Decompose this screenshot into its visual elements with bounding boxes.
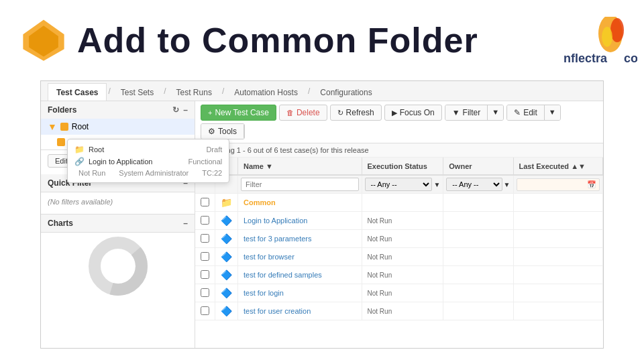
tools-button[interactable]: ⚙ Tools — [201, 124, 244, 139]
refresh-icon: ↻ — [337, 109, 343, 117]
folder-name-label[interactable]: Common — [244, 198, 276, 206]
status-filter-select[interactable]: -- Any -- Not Run Pass Fail — [365, 178, 433, 191]
refresh-button[interactable]: ↻ Refresh — [330, 105, 382, 121]
edit-dropdown-arrow[interactable]: ▼ — [545, 105, 560, 120]
logo-diamond-icon — [20, 17, 67, 64]
test-name-link[interactable]: Login to Application — [244, 217, 307, 225]
table-area[interactable]: Name ▼ Execution Status Owner Last Execu… — [195, 158, 603, 349]
th-last-executed[interactable]: Last Executed ▲▼ — [513, 158, 603, 175]
calendar-icon[interactable]: 📅 — [587, 180, 596, 189]
new-test-case-button[interactable]: + New Test Case — [201, 105, 276, 121]
tooltip-login-label: Login to Application — [89, 158, 152, 166]
table-row: 🔷 test for login Not Run — [195, 284, 603, 302]
charts-header: Charts – — [41, 214, 195, 233]
focus-on-button[interactable]: ▶ Focus On — [384, 105, 442, 121]
tab-automation-hosts[interactable]: Automation Hosts — [225, 83, 307, 101]
row-checkbox[interactable] — [201, 270, 209, 279]
row-name-col: Common — [238, 194, 362, 212]
row-owner-col — [443, 194, 513, 212]
table-row: 🔷 test for defined samples Not Run — [195, 266, 603, 284]
plus-icon: + — [208, 109, 212, 117]
tooltip-row: 📁 Root Draft — [74, 143, 222, 156]
table-row: 🔷 test for browser Not Run — [195, 248, 603, 266]
status-filter-arrow[interactable]: ▼ — [433, 181, 440, 188]
no-filters-label: (No filters available) — [41, 192, 195, 211]
tab-test-sets[interactable]: Test Sets — [112, 83, 162, 101]
row-date-col — [513, 194, 603, 212]
test-name-link[interactable]: test for 3 parameters — [244, 235, 312, 243]
root-folder-icon: ▼ — [48, 121, 57, 132]
test-icon: 🔷 — [221, 269, 232, 280]
tab-configurations[interactable]: Configurations — [311, 83, 380, 101]
sort-asc-icon: ▲▼ — [571, 162, 586, 170]
row-checkbox[interactable] — [201, 288, 209, 297]
tree-root[interactable]: ▼ Root — [41, 119, 195, 135]
tab-test-cases[interactable]: Test Cases — [48, 83, 107, 101]
header: Add to Common Folder nflectra con — [0, 0, 644, 80]
svg-text:con: con — [624, 52, 637, 65]
filter-dropdown-arrow[interactable]: ▼ — [488, 105, 503, 120]
test-icon: 🔷 — [221, 215, 232, 226]
focus-icon: ▶ — [392, 109, 397, 117]
test-name-link[interactable]: test for login — [244, 289, 284, 297]
folders-collapse-icon[interactable]: – — [183, 105, 188, 115]
th-name[interactable]: Name ▼ — [238, 158, 362, 175]
test-icon: 🔷 — [221, 251, 232, 262]
filter-split: ▼ Filter ▼ — [445, 105, 504, 121]
tooltip-functional-label: Functional — [188, 158, 222, 166]
filter-owner-col: -- Any -- ▼ — [443, 175, 513, 194]
filter-button[interactable]: ▼ Filter — [445, 105, 488, 120]
edit-split: ✎ Edit ▼ — [506, 105, 561, 121]
owner-filter-arrow[interactable]: ▼ — [504, 181, 511, 188]
table-row: 🔷 Login to Application Not Run — [195, 212, 603, 230]
row-checkbox[interactable] — [201, 216, 209, 225]
status-badge: Not Run — [368, 253, 392, 261]
folder-tooltip-icon: 📁 — [74, 145, 85, 154]
row-checkbox[interactable] — [201, 306, 209, 315]
tab-test-runs[interactable]: Test Runs — [168, 83, 221, 101]
test-name-link[interactable]: test for defined samples — [244, 271, 322, 279]
svg-text:nflectra: nflectra — [564, 52, 608, 65]
name-filter-input[interactable] — [241, 178, 359, 191]
status-badge: Not Run — [368, 235, 392, 243]
date-filter: 📅 — [517, 178, 600, 191]
folders-header: Folders ↻ – — [41, 101, 195, 119]
folders-refresh-icon[interactable]: ↻ — [172, 105, 179, 115]
trash-icon: 🗑 — [286, 109, 294, 117]
status-badge: Not Run — [368, 272, 392, 279]
gear-icon: ⚙ — [208, 127, 215, 136]
sort-icon: ▼ — [266, 162, 273, 170]
context-tooltip: 📁 Root Draft 🔗 Login to Application Func… — [67, 139, 229, 183]
th-owner[interactable]: Owner — [443, 158, 513, 175]
nav-tabs: Test Cases / Test Sets / Test Runs / Aut… — [41, 81, 603, 101]
link-tooltip-icon: 🔗 — [74, 157, 85, 166]
edit-button-main[interactable]: ✎ Edit — [507, 105, 545, 120]
charts-label: Charts — [48, 219, 73, 228]
th-execution-status[interactable]: Execution Status — [362, 158, 443, 175]
table-body: 📁 Common 🔷 — [195, 194, 603, 320]
tooltip-notrun-label: Not Run — [78, 169, 105, 177]
test-name-link[interactable]: test for user creation — [244, 307, 311, 315]
folder-icon: 📁 — [221, 197, 232, 208]
tooltip-row: 🔗 Login to Application Functional — [74, 156, 222, 168]
test-name-link[interactable]: test for browser — [244, 253, 294, 261]
filter-name-col — [238, 175, 362, 194]
donut-chart — [88, 236, 148, 296]
table-row: 📁 Common — [195, 194, 603, 212]
row-status-col — [362, 194, 443, 212]
status-badge: Not Run — [368, 308, 392, 315]
filter-icon: ▼ — [452, 108, 460, 117]
tooltip-draft-label: Draft — [206, 145, 222, 154]
charts-collapse-icon[interactable]: – — [183, 219, 188, 228]
row-checkbox[interactable] — [201, 198, 209, 206]
test-icon: 🔷 — [221, 306, 232, 316]
owner-filter-select[interactable]: -- Any -- — [446, 178, 502, 191]
row-checkbox[interactable] — [201, 252, 209, 261]
filter-status-col: -- Any -- Not Run Pass Fail ▼ — [362, 175, 443, 194]
row-icon-col: 📁 — [215, 194, 238, 212]
delete-button[interactable]: 🗑 Delete — [279, 105, 327, 121]
tools-split: ⚙ Tools — [201, 123, 245, 139]
charts-section: Charts – — [41, 214, 195, 300]
tooltip-admin-label: System Administrator — [119, 169, 189, 177]
row-checkbox[interactable] — [201, 234, 209, 243]
